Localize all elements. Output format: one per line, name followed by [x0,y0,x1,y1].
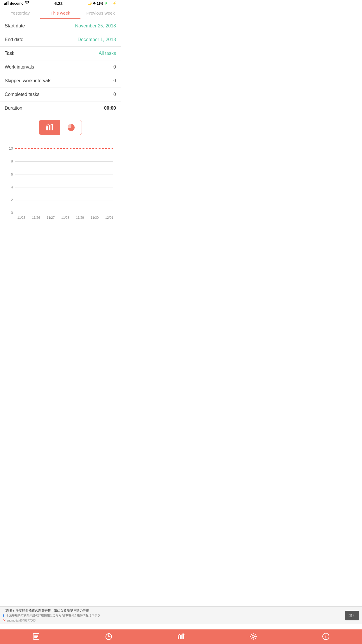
tab-previous-week[interactable]: Previous week [80,6,121,19]
svg-text:12/01: 12/01 [105,216,113,219]
work-intervals-value: 0 [113,64,116,70]
svg-rect-4 [46,126,48,130]
end-date-value: December 1, 2018 [78,37,116,42]
toggle-container [39,120,82,135]
chart-toggle [0,115,121,140]
skipped-intervals-value: 0 [113,78,116,83]
battery-icon [105,2,111,5]
svg-text:10: 10 [9,146,13,150]
wifi-icon [25,1,29,6]
time-display: 6:22 [55,1,63,6]
svg-text:11/27: 11/27 [47,216,55,219]
svg-point-7 [48,124,48,125]
duration-label: Duration [5,106,22,111]
chart-area: 0 2 4 6 8 10 11/25 11/26 11/27 11/28 11/… [0,140,121,228]
duration-row: Duration 00:00 [0,102,121,115]
svg-rect-5 [49,125,50,130]
svg-text:0: 0 [11,211,13,215]
svg-text:11/28: 11/28 [61,216,69,219]
svg-text:2: 2 [11,198,13,202]
task-value: All tasks [99,51,116,56]
status-left: docomo [4,1,29,6]
svg-text:11/29: 11/29 [76,216,84,219]
svg-rect-1 [5,3,6,5]
start-date-value: November 25, 2018 [75,23,116,29]
signal-icon [4,1,9,6]
tab-this-week[interactable]: This week [40,6,80,19]
task-row[interactable]: Task All tasks [0,47,121,60]
end-date-row[interactable]: End date December 1, 2018 [0,33,121,47]
svg-text:4: 4 [11,185,13,189]
completed-tasks-row: Completed tasks 0 [0,88,121,102]
bar-chart: 0 2 4 6 8 10 11/25 11/26 11/27 11/28 11/… [5,140,116,222]
pie-chart-toggle[interactable] [60,120,82,135]
svg-text:8: 8 [11,159,13,163]
svg-rect-3 [8,1,8,5]
svg-rect-2 [6,2,7,5]
moon-icon: 🌙 [88,1,92,5]
skipped-intervals-label: Skipped work intervals [5,78,51,83]
battery-percent: 22% [97,2,103,5]
carrier-label: docomo [10,1,24,6]
duration-value: 00:00 [104,106,116,111]
tab-yesterday[interactable]: Yesterday [0,6,40,19]
bar-chart-toggle[interactable] [39,120,60,135]
at-icon: ⊕ [93,1,96,5]
status-right: 🌙 ⊕ 22% ⚡ [88,1,117,5]
completed-tasks-label: Completed tasks [5,92,39,97]
svg-rect-6 [52,124,53,130]
start-date-label: Start date [5,23,25,29]
skipped-intervals-row: Skipped work intervals 0 [0,74,121,88]
svg-text:6: 6 [11,172,13,176]
svg-point-8 [49,125,50,126]
svg-text:11/30: 11/30 [91,216,99,219]
charging-icon: ⚡ [113,1,117,5]
end-date-label: End date [5,37,23,42]
info-table: Start date November 25, 2018 End date De… [0,19,121,60]
svg-text:11/25: 11/25 [17,216,25,219]
work-intervals-label: Work intervals [5,64,34,70]
work-intervals-row: Work intervals 0 [0,60,121,74]
status-bar: docomo 6:22 🌙 ⊕ 22% ⚡ [0,0,121,6]
tab-bar: Yesterday This week Previous week [0,6,121,19]
completed-tasks-value: 0 [113,92,116,97]
start-date-row[interactable]: Start date November 25, 2018 [0,19,121,33]
svg-rect-0 [4,4,5,5]
stats-table: Work intervals 0 Skipped work intervals … [0,60,121,115]
task-label: Task [5,51,14,56]
svg-text:11/26: 11/26 [32,216,40,219]
